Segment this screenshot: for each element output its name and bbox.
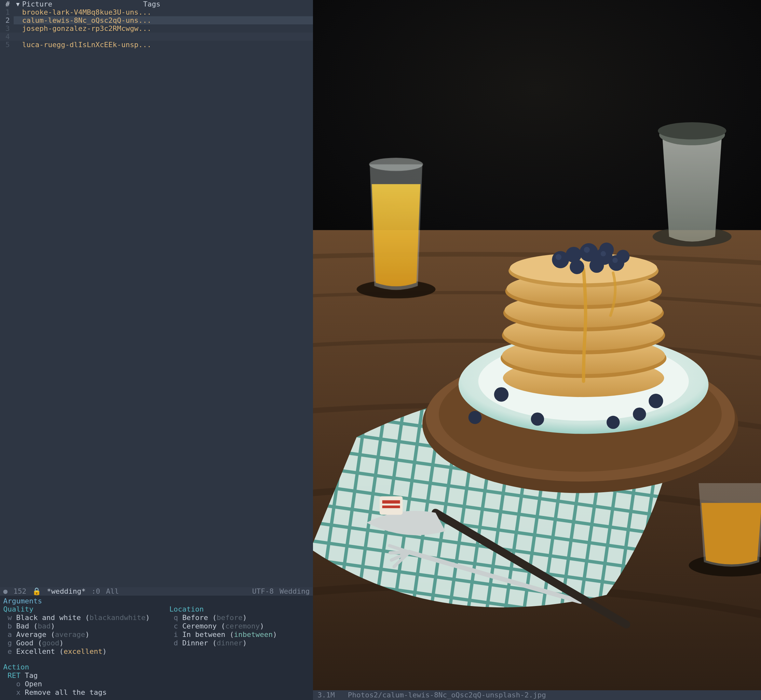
file-list[interactable]: # ▼ Picture Tags 1 brooke-lark-V4MBq8kue…	[0, 0, 313, 587]
row-number: 4	[0, 33, 14, 41]
svg-point-41	[649, 394, 663, 408]
modeline-buffer: *wedding*	[47, 587, 86, 595]
preview-size: 3.1M	[318, 691, 335, 699]
svg-point-33	[570, 260, 584, 274]
action-option[interactable]: RET Tag	[3, 671, 310, 680]
row-number: 5	[0, 41, 14, 49]
header-picture[interactable]: Picture	[22, 0, 143, 8]
header-sort-icon[interactable]: ▼	[14, 0, 22, 8]
key-hint: d	[174, 639, 178, 647]
key-hint: RET	[8, 671, 20, 680]
list-row[interactable]: 4	[0, 33, 313, 41]
option-label: Bad	[16, 622, 29, 630]
key-hint: i	[174, 630, 178, 639]
svg-point-7	[658, 122, 726, 139]
location-option[interactable]: c Ceremony (ceremony)	[169, 622, 306, 630]
option-value: inbetween	[234, 630, 272, 639]
location-heading: Location	[169, 605, 204, 613]
action-option[interactable]: x Remove all the tags	[3, 688, 310, 697]
modeline-lineno: 152	[13, 587, 27, 595]
row-mark	[14, 41, 22, 49]
location-column: Location q Before (before) c Ceremony (c…	[169, 605, 306, 656]
svg-point-38	[601, 251, 606, 256]
list-row[interactable]: 1 brooke-lark-V4MBq8kue3U-uns...	[0, 8, 313, 16]
option-label: Dinner	[182, 639, 208, 647]
option-label: Ceremony	[182, 622, 217, 630]
key-hint: a	[8, 630, 12, 639]
header-hash: #	[0, 0, 14, 8]
list-row[interactable]: 3 joseph-gonzalez-rp3c2RMcwgw...	[0, 24, 313, 33]
key-hint: g	[8, 639, 12, 647]
key-hint: c	[174, 622, 178, 630]
option-label: Good	[16, 639, 33, 647]
list-pane: # ▼ Picture Tags 1 brooke-lark-V4MBq8kue…	[0, 0, 313, 700]
key-hint: e	[8, 647, 12, 655]
key-hint: o	[8, 680, 20, 688]
quality-option[interactable]: a Average (average)	[3, 630, 150, 639]
preview-pane: 3.1M Photos2/calum-lewis-8Nc_oQsc2qQ-uns…	[313, 0, 761, 700]
svg-point-43	[606, 416, 620, 429]
quality-option[interactable]: b Bad (bad)	[3, 622, 150, 630]
modeline-encoding: UTF-8	[252, 587, 274, 595]
action-label: Tag	[25, 671, 38, 680]
preview-statusbar: 3.1M Photos2/calum-lewis-8Nc_oQsc2qQ-uns…	[313, 690, 761, 700]
row-mark	[14, 33, 22, 41]
action-option[interactable]: o Open	[3, 680, 310, 688]
svg-point-42	[633, 408, 646, 421]
arguments-heading: Arguments	[3, 597, 42, 605]
quality-option[interactable]: w Black and white (blackandwhite)	[3, 614, 150, 622]
option-label: Excellent	[16, 647, 55, 655]
option-label: Black and white	[16, 614, 81, 622]
image-preview[interactable]	[313, 0, 761, 690]
preview-path: Photos2/calum-lewis-8Nc_oQsc2qQ-unsplash…	[348, 691, 546, 699]
list-row[interactable]: 5 luca-ruegg-dlIsLnXcEEk-unsp...	[0, 41, 313, 49]
row-mark	[14, 16, 22, 25]
row-picture: joseph-gonzalez-rp3c2RMcwgw...	[22, 24, 151, 33]
quality-column: Quality w Black and white (blackandwhite…	[3, 605, 150, 656]
svg-point-37	[584, 247, 590, 253]
list-row[interactable]: 2 calum-lewis-8Nc_oQsc2qQ-uns...	[0, 16, 313, 24]
location-option[interactable]: q Before (before)	[169, 614, 306, 622]
row-number: 2	[0, 16, 14, 25]
svg-point-39	[613, 258, 618, 263]
row-number: 3	[0, 24, 14, 33]
key-hint: x	[8, 688, 20, 697]
quality-heading: Quality	[3, 605, 33, 613]
action-label: Remove all the tags	[25, 688, 107, 697]
svg-point-9	[369, 158, 423, 171]
option-value: bad	[38, 622, 51, 630]
action-label: Open	[25, 680, 42, 688]
row-picture: brooke-lark-V4MBq8kue3U-uns...	[22, 8, 151, 17]
svg-point-32	[590, 258, 604, 273]
row-picture: luca-ruegg-dlIsLnXcEEk-unsp...	[22, 41, 151, 49]
option-value: average	[55, 630, 85, 639]
svg-point-35	[617, 250, 629, 263]
option-value: before	[217, 614, 243, 622]
key-hint: b	[8, 622, 12, 630]
row-mark	[14, 24, 22, 33]
svg-rect-47	[382, 500, 400, 504]
location-option[interactable]: d Dinner (dinner)	[169, 639, 306, 647]
transient-help: Arguments Quality w Black and white (bla…	[0, 595, 313, 700]
quality-option[interactable]: g Good (good)	[3, 639, 150, 647]
row-number: 1	[0, 8, 14, 17]
modified-dot-icon: ●	[3, 587, 8, 595]
modeline-pos: :0	[91, 587, 100, 595]
option-label: Before	[182, 614, 208, 622]
option-label: In between	[182, 630, 225, 639]
modeline-scroll: All	[106, 587, 119, 595]
option-value: blackandwhite	[89, 614, 146, 622]
svg-rect-48	[382, 506, 400, 508]
svg-point-36	[556, 254, 562, 260]
modeline: ● 152 🔒 *wedding* :0 All UTF-8 Wedding	[0, 587, 313, 595]
location-option[interactable]: i In between (inbetween)	[169, 630, 306, 639]
list-header: # ▼ Picture Tags	[0, 0, 313, 8]
svg-point-40	[494, 387, 509, 402]
modeline-mode: Wedding	[279, 587, 310, 595]
key-hint: q	[174, 614, 178, 622]
option-label: Average	[16, 630, 47, 639]
header-tags[interactable]: Tags	[143, 0, 313, 8]
quality-option[interactable]: e Excellent (excellent)	[3, 647, 150, 656]
option-value: good	[42, 639, 59, 647]
svg-point-45	[468, 411, 482, 424]
